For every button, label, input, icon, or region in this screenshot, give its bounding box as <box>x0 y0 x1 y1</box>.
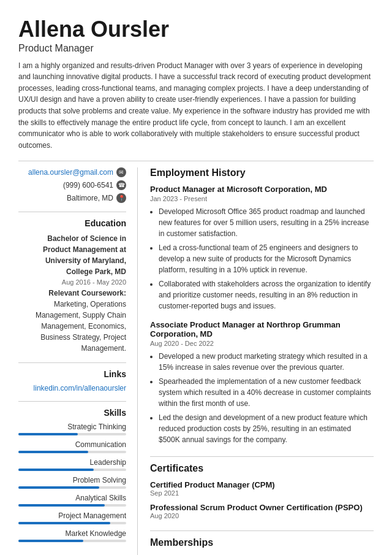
job-bullet: Spearheaded the implementation of a new … <box>159 376 374 409</box>
skill-bar-background <box>18 486 126 489</box>
employment-section: Employment History Product Manager at Mi… <box>150 167 374 445</box>
job-dates: Aug 2020 - Dec 2022 <box>150 340 374 347</box>
job-bullets-list: Developed a new product marketing strate… <box>150 351 374 445</box>
skill-name: Problem Solving <box>18 476 126 484</box>
job-block: Product Manager at Microsoft Corporation… <box>150 185 374 312</box>
skill-item: Problem Solving <box>18 476 126 489</box>
employment-divider <box>150 456 374 457</box>
skill-item: Analytical Skills <box>18 494 126 507</box>
coursework-text: Marketing, Operations Management, Supply… <box>36 300 126 353</box>
job-bullet: Collaborated with stakeholders across th… <box>159 278 374 312</box>
left-column: allena.oursler@gmail.com ✉ (999) 600-654… <box>18 167 138 555</box>
links-divider <box>18 401 126 402</box>
skill-bar-fill <box>18 504 105 507</box>
candidate-title: Product Manager <box>18 43 374 54</box>
memberships-section: Memberships Association of International… <box>150 537 374 555</box>
contact-email[interactable]: allena.oursler@gmail.com ✉ <box>18 167 126 177</box>
education-coursework: Relevant Coursework: Marketing, Operatio… <box>18 288 126 354</box>
skill-name: Project Management <box>18 511 126 520</box>
phone-text: (999) 600-6541 <box>63 181 113 189</box>
education-title: Education <box>18 218 126 228</box>
links-section: Links linkedin.com/in/allenaoursler <box>18 369 126 392</box>
skill-name: Market Knowledge <box>18 529 126 538</box>
email-icon: ✉ <box>116 167 126 177</box>
certificates-section: Certificates Certified Product Manager (… <box>150 463 374 519</box>
skill-bar-background <box>18 504 126 507</box>
job-bullet: Developed a new product marketing strate… <box>159 351 374 373</box>
job-bullet: Led the design and development of a new … <box>159 412 374 445</box>
candidate-summary: I am a highly organized and results-driv… <box>18 60 374 151</box>
education-divider <box>18 362 126 363</box>
skill-bar-background <box>18 540 126 542</box>
skill-item: Leadership <box>18 458 126 471</box>
coursework-label: Relevant Coursework: <box>48 289 126 297</box>
two-col-layout: allena.oursler@gmail.com ✉ (999) 600-654… <box>18 167 374 555</box>
education-degree: Bachelor of Science in Product Managemen… <box>18 233 126 277</box>
jobs-list: Product Manager at Microsoft Corporation… <box>150 185 374 445</box>
right-column: Employment History Product Manager at Mi… <box>138 167 374 555</box>
skill-bar-fill <box>18 469 94 471</box>
linkedin-link[interactable]: linkedin.com/in/allenaoursler <box>18 384 126 392</box>
contact-location: Baltimore, MD 📍 <box>18 193 126 203</box>
contact-phone: (999) 600-6541 ☎ <box>18 180 126 190</box>
location-icon: 📍 <box>116 193 126 203</box>
skills-section: Skills Strategic Thinking Communication … <box>18 408 126 542</box>
skill-name: Leadership <box>18 458 126 467</box>
contact-divider <box>18 212 126 212</box>
skill-bar-background <box>18 433 126 435</box>
skill-name: Communication <box>18 440 126 449</box>
phone-icon: ☎ <box>116 180 126 190</box>
employment-title: Employment History <box>150 167 374 178</box>
cert-date: Aug 2020 <box>150 512 374 519</box>
skill-bar-fill <box>18 486 99 489</box>
skills-list: Strategic Thinking Communication Leaders… <box>18 423 126 542</box>
cert-item: Certified Product Manager (CPM) Sep 2021 <box>150 480 374 497</box>
certificates-title: Certificates <box>150 463 374 474</box>
certs-list: Certified Product Manager (CPM) Sep 2021… <box>150 480 374 519</box>
cert-item: Professional Scrum Product Owner Certifi… <box>150 503 374 519</box>
skill-item: Market Knowledge <box>18 529 126 542</box>
education-section: Education Bachelor of Science in Product… <box>18 218 126 354</box>
job-block: Associate Product Manager at Northrop Gr… <box>150 320 374 445</box>
candidate-name: Allena Oursler <box>18 17 374 42</box>
job-bullets-list: Developed Microsoft Office 365 product r… <box>150 206 374 312</box>
skill-bar-background <box>18 451 126 453</box>
skill-bar-fill <box>18 433 78 435</box>
skill-bar-fill <box>18 540 83 542</box>
job-bullet: Led a cross-functional team of 25 engine… <box>159 242 374 275</box>
cert-name: Professional Scrum Product Owner Certifi… <box>150 503 374 512</box>
skill-item: Communication <box>18 440 126 453</box>
certificates-divider <box>150 530 374 531</box>
skill-bar-background <box>18 469 126 471</box>
education-dates: Aug 2016 - May 2020 <box>18 277 126 288</box>
skill-bar-fill <box>18 451 88 453</box>
skill-item: Strategic Thinking <box>18 423 126 435</box>
skill-name: Analytical Skills <box>18 494 126 502</box>
cert-date: Sep 2021 <box>150 489 374 497</box>
cert-name: Certified Product Manager (CPM) <box>150 480 374 489</box>
job-dates: Jan 2023 - Present <box>150 195 374 202</box>
links-title: Links <box>18 369 126 379</box>
memberships-title: Memberships <box>150 537 374 548</box>
resume-container: Allena Oursler Product Manager I am a hi… <box>0 0 392 555</box>
job-title: Associate Product Manager at Northrop Gr… <box>150 320 374 339</box>
header-divider <box>18 161 374 161</box>
skill-item: Project Management <box>18 511 126 524</box>
skill-bar-background <box>18 522 126 524</box>
job-title: Product Manager at Microsoft Corporation… <box>150 185 374 194</box>
job-bullet: Developed Microsoft Office 365 product r… <box>159 206 374 239</box>
education-block: Bachelor of Science in Product Managemen… <box>18 233 126 354</box>
skill-name: Strategic Thinking <box>18 423 126 431</box>
location-text: Baltimore, MD <box>67 194 113 202</box>
contact-section: allena.oursler@gmail.com ✉ (999) 600-654… <box>18 167 126 203</box>
email-text: allena.oursler@gmail.com <box>28 168 113 177</box>
skill-bar-fill <box>18 522 110 524</box>
skills-title: Skills <box>18 408 126 418</box>
